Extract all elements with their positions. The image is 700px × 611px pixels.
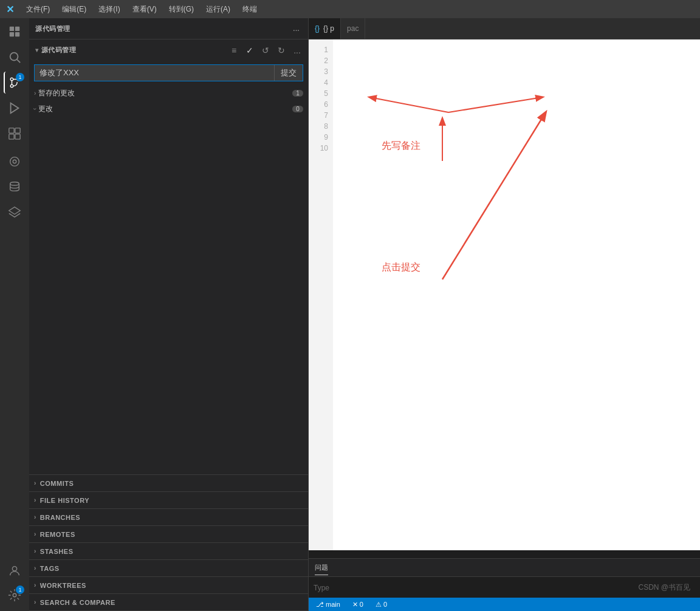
svg-line-5 bbox=[17, 60, 20, 63]
svg-point-4 bbox=[10, 53, 18, 61]
branches-chevron-icon: › bbox=[34, 514, 36, 521]
sidebar-spacer bbox=[29, 117, 308, 474]
panel-type-text: Type bbox=[314, 584, 329, 592]
scm-panel-header: 源代码管理 ... bbox=[29, 18, 308, 39]
activity-run[interactable] bbox=[4, 97, 26, 119]
commit-submit-button[interactable]: 提交 bbox=[274, 65, 303, 81]
tab2-filename: pac bbox=[347, 24, 359, 33]
watermark: CSDN @书百见 bbox=[638, 582, 690, 593]
sidebar: 源代码管理 ... ▾ 源代码管理 ≡ ✓ ↺ ↻ ... 提交 bbox=[29, 18, 309, 611]
changes-group-header[interactable]: › 更改 0 bbox=[29, 101, 308, 117]
error-icon: ✕ bbox=[352, 601, 358, 609]
svg-rect-10 bbox=[9, 128, 14, 133]
branch-icon: ⎇ bbox=[316, 601, 324, 609]
section-worktrees[interactable]: › WORKTREES bbox=[29, 577, 308, 594]
svg-point-18 bbox=[12, 567, 16, 571]
activity-extensions[interactable] bbox=[4, 123, 26, 145]
svg-rect-2 bbox=[10, 32, 14, 36]
scm-section-title: ▾ 源代码管理 bbox=[35, 46, 227, 55]
editor-tab-active[interactable]: {} {} p bbox=[309, 18, 341, 39]
warning-count: 0 bbox=[383, 601, 387, 608]
stash-group: › 暂存的更改 1 bbox=[29, 85, 308, 101]
activity-search[interactable] bbox=[4, 46, 26, 68]
main-layout: 1 1 源代码管理 bbox=[0, 18, 700, 611]
scm-discard-icon[interactable]: ↺ bbox=[258, 43, 273, 58]
warning-icon: ⚠ bbox=[376, 601, 382, 609]
svg-point-16 bbox=[10, 182, 19, 186]
svg-rect-11 bbox=[15, 128, 20, 133]
svg-rect-13 bbox=[15, 134, 20, 139]
menu-goto[interactable]: 转到(G) bbox=[164, 3, 199, 16]
menu-edit[interactable]: 编辑(E) bbox=[57, 3, 91, 16]
status-errors[interactable]: ✕ 0 bbox=[350, 601, 366, 609]
menu-terminal[interactable]: 终端 bbox=[238, 3, 262, 16]
activity-git-graph[interactable] bbox=[4, 151, 26, 172]
scm-section-bar: ▾ 源代码管理 ≡ ✓ ↺ ↻ ... bbox=[29, 39, 308, 61]
menu-view[interactable]: 查看(V) bbox=[128, 3, 162, 16]
scm-commit-check-icon[interactable]: ✓ bbox=[242, 43, 257, 58]
worktrees-chevron-icon: › bbox=[34, 582, 36, 589]
status-warnings[interactable]: ⚠ 0 bbox=[373, 601, 389, 609]
activity-source-control[interactable]: 1 bbox=[4, 72, 26, 94]
svg-rect-12 bbox=[9, 134, 14, 139]
svg-rect-1 bbox=[15, 27, 19, 31]
section-search-compare[interactable]: › SEARCH & COMPARE bbox=[29, 594, 308, 611]
section-commits[interactable]: › COMMITS bbox=[29, 475, 308, 492]
commits-chevron-icon: › bbox=[34, 480, 36, 486]
activity-settings[interactable]: 1 bbox=[4, 584, 26, 606]
scm-panel-title: 源代码管理 bbox=[35, 24, 290, 33]
changes-count: 0 bbox=[292, 106, 303, 112]
status-bar: ⎇ main ✕ 0 ⚠ 0 bbox=[309, 598, 700, 611]
status-branch[interactable]: ⎇ main bbox=[314, 601, 343, 609]
stash-group-header[interactable]: › 暂存的更改 1 bbox=[29, 85, 308, 101]
scm-stage-all-icon[interactable]: ≡ bbox=[227, 43, 241, 58]
activity-bar: 1 1 bbox=[0, 18, 29, 611]
error-count: 0 bbox=[360, 601, 363, 608]
svg-point-15 bbox=[13, 160, 16, 163]
activity-account[interactable] bbox=[4, 560, 26, 582]
section-tags[interactable]: › TAGS bbox=[29, 560, 308, 577]
stashes-chevron-icon: › bbox=[34, 548, 36, 555]
menu-selection[interactable]: 选择(I) bbox=[94, 3, 125, 16]
svg-point-6 bbox=[10, 78, 13, 81]
panel-tabs: 问题 bbox=[309, 559, 700, 577]
scm-more-icon[interactable]: ... bbox=[290, 24, 302, 33]
commit-message-input[interactable] bbox=[35, 66, 274, 80]
menu-bar: 文件(F) 编辑(E) 选择(I) 查看(V) 转到(G) 运行(A) 终端 bbox=[21, 3, 262, 16]
title-bar: ✕ 文件(F) 编辑(E) 选择(I) 查看(V) 转到(G) 运行(A) 终端 bbox=[0, 0, 700, 18]
activity-layers[interactable] bbox=[4, 202, 26, 224]
editor-content[interactable]: 12345 678910 bbox=[309, 39, 700, 550]
menu-file[interactable]: 文件(F) bbox=[21, 3, 55, 16]
file-history-chevron-icon: › bbox=[34, 497, 36, 503]
svg-point-19 bbox=[13, 593, 16, 597]
svg-rect-3 bbox=[15, 32, 19, 36]
changes-chevron-icon: › bbox=[32, 108, 38, 109]
editor-tabs: {} {} p pac bbox=[309, 18, 700, 39]
tags-chevron-icon: › bbox=[34, 565, 36, 572]
changes-label: 更改 bbox=[38, 104, 292, 114]
scm-refresh-icon[interactable]: ↻ bbox=[274, 43, 289, 58]
editor-tab-2[interactable]: pac bbox=[341, 18, 365, 39]
activity-explorer[interactable] bbox=[4, 21, 26, 43]
menu-run[interactable]: 运行(A) bbox=[201, 3, 235, 16]
line-numbers: 12345 678910 bbox=[309, 39, 333, 550]
scm-toolbar: ≡ ✓ ↺ ↻ ... bbox=[227, 43, 304, 58]
tab-icon: {} bbox=[315, 24, 320, 33]
section-remotes[interactable]: › REMOTES bbox=[29, 526, 308, 543]
stash-label: 暂存的更改 bbox=[38, 88, 292, 98]
svg-point-14 bbox=[10, 157, 19, 166]
bottom-sections: › COMMITS › FILE HISTORY › BRANCHES › RE… bbox=[29, 474, 308, 611]
vscode-logo: ✕ bbox=[6, 4, 14, 15]
stash-chevron-icon: › bbox=[34, 90, 36, 97]
section-stashes[interactable]: › STASHES bbox=[29, 543, 308, 560]
editor-lines[interactable] bbox=[333, 39, 700, 550]
svg-marker-17 bbox=[9, 207, 20, 214]
svg-point-8 bbox=[10, 84, 13, 87]
section-file-history[interactable]: › FILE HISTORY bbox=[29, 492, 308, 509]
tab-problems[interactable]: 问题 bbox=[315, 561, 328, 575]
activity-database[interactable] bbox=[4, 176, 26, 198]
scm-overflow-icon[interactable]: ... bbox=[290, 43, 304, 58]
section-branches[interactable]: › BRANCHES bbox=[29, 509, 308, 526]
changes-group: › 更改 0 bbox=[29, 101, 308, 117]
tab-filename: {} p bbox=[323, 24, 334, 33]
